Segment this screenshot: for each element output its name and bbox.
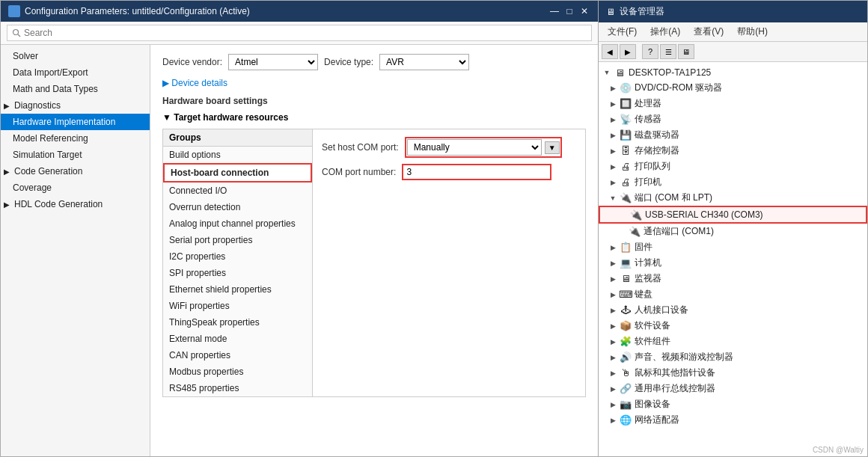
device-details-label[interactable]: ▶ Device details [162, 78, 227, 88]
dm-help-btn[interactable]: ? [642, 44, 658, 59]
dm-keyboard-item[interactable]: ▶ ⌨ 键盘 [599, 286, 867, 302]
dm-menu-view[interactable]: 查看(V) [688, 24, 730, 40]
dm-cpu-icon: 🔲 [620, 98, 632, 110]
dm-disk-item[interactable]: ▶ 💾 磁盘驱动器 [599, 127, 867, 143]
sidebar-item-simulation-target[interactable]: Simulation Target [1, 147, 150, 163]
dm-menu-help[interactable]: 帮助(H) [731, 24, 774, 40]
dm-firmware-item[interactable]: ▶ 📋 固件 [599, 239, 867, 255]
dm-software-expand: ▶ [608, 321, 618, 331]
dm-list-btn[interactable]: ☰ [660, 44, 676, 59]
group-ethernet[interactable]: Ethernet shield properties [163, 281, 312, 298]
dm-forward-btn[interactable]: ▶ [620, 44, 636, 59]
group-thingspeak[interactable]: ThingSpeak properties [163, 314, 312, 331]
dm-software-item[interactable]: ▶ 📦 软件设备 [599, 318, 867, 334]
dm-com1-icon: 🔌 [629, 226, 641, 238]
group-host-board[interactable]: Host-board connection [163, 163, 312, 183]
sidebar-item-hardware[interactable]: Hardware Implementation [1, 114, 150, 130]
dm-monitor-btn[interactable]: 🖥 [678, 44, 694, 59]
groups-header: Groups [163, 129, 312, 147]
close-button[interactable]: ✕ [578, 5, 590, 17]
group-overrun[interactable]: Overrun detection [163, 199, 312, 215]
dm-menu-bar: 文件(F) 操作(A) 查看(V) 帮助(H) [599, 22, 867, 42]
group-wifi[interactable]: WiFi properties [163, 298, 312, 314]
dm-menu-action[interactable]: 操作(A) [644, 24, 686, 40]
group-connected-io[interactable]: Connected I/O [163, 183, 312, 199]
search-bar [1, 22, 598, 45]
sidebar-item-solver[interactable]: Solver [1, 48, 150, 64]
dm-audio-icon: 🔊 [620, 352, 632, 364]
minimize-button[interactable]: — [548, 5, 560, 17]
title-bar-left: Configuration Parameters: untitled/Confi… [8, 5, 250, 17]
dm-image-item[interactable]: ▶ 📷 图像设备 [599, 396, 867, 412]
host-com-select[interactable]: Manually Auto [407, 139, 542, 156]
device-type-select[interactable]: AVR [379, 54, 469, 70]
dm-usb2-item[interactable]: ▶ 🔗 通用串行总线控制器 [599, 381, 867, 396]
watermark: CSDN @Waltiy [813, 446, 864, 454]
group-serial-port[interactable]: Serial port properties [163, 232, 312, 248]
com-port-input[interactable] [402, 164, 551, 180]
dm-hid-item[interactable]: ▶ 🕹 人机接口设备 [599, 302, 867, 318]
dm-com1-item[interactable]: 🔌 通信端口 (COM1) [599, 224, 867, 239]
dm-monitor-item[interactable]: ▶ 🖥 监视器 [599, 271, 867, 286]
sidebar-item-hdl[interactable]: ▶ HDL Code Generation [1, 196, 150, 212]
device-manager: 🖥 设备管理器 文件(F) 操作(A) 查看(V) 帮助(H) ◀ ▶ ? ☰ … [599, 0, 868, 457]
dm-printer-item[interactable]: ▶ 🖨 打印机 [599, 174, 867, 190]
dm-computer-icon: 🖥 [614, 67, 626, 79]
hardware-board-title: Hardware board settings [162, 96, 586, 106]
com-port-label: COM port number: [322, 167, 396, 177]
dm-computer2-item[interactable]: ▶ 💻 计算机 [599, 255, 867, 271]
sidebar: Solver Data Import/Export Math and Data … [1, 45, 150, 456]
device-details-row[interactable]: ▶ Device details [162, 78, 586, 88]
host-com-dropdown-btn[interactable]: ▼ [545, 141, 560, 154]
diagnostics-arrow-icon: ▶ [4, 102, 10, 110]
search-input[interactable] [7, 25, 592, 41]
config-icon [8, 5, 20, 17]
device-vendor-label: Device vendor: [162, 57, 222, 67]
dm-port-item[interactable]: ▼ 🔌 端口 (COM 和 LPT) [599, 190, 867, 206]
group-rs485[interactable]: RS485 properties [163, 380, 312, 396]
dm-port-label: 端口 (COM 和 LPT) [635, 191, 712, 204]
sidebar-item-code-gen[interactable]: ▶ Code Generation [1, 163, 150, 180]
dm-sensor-item[interactable]: ▶ 📡 传感器 [599, 111, 867, 127]
group-i2c[interactable]: I2C properties [163, 248, 312, 265]
dm-softcomp-item[interactable]: ▶ 🧩 软件组件 [599, 334, 867, 349]
sidebar-item-math[interactable]: Math and Data Types [1, 81, 150, 97]
dm-firmware-label: 固件 [635, 241, 652, 254]
device-vendor-row: Device vendor: Atmel Device type: AVR [162, 54, 586, 70]
dm-computer-root[interactable]: ▼ 🖥 DESKTOP-TA1P125 [599, 65, 867, 80]
dm-dvd-icon: 💿 [620, 82, 632, 94]
group-analog-input[interactable]: Analog input channel properties [163, 215, 312, 232]
dm-usb-serial-item[interactable]: 🔌 USB-SERIAL CH340 (COM3) [599, 206, 867, 224]
group-modbus[interactable]: Modbus properties [163, 364, 312, 380]
dm-usb-serial-expand [618, 209, 629, 220]
sidebar-item-model-referencing[interactable]: Model Referencing [1, 130, 150, 147]
content-area: Device vendor: Atmel Device type: AVR ▶ … [150, 45, 598, 456]
dm-keyboard-expand: ▶ [608, 289, 618, 300]
device-vendor-select[interactable]: Atmel [228, 54, 318, 70]
dm-mouse-item[interactable]: ▶ 🖱 鼠标和其他指针设备 [599, 365, 867, 381]
dm-print-item[interactable]: ▶ 🖨 打印队列 [599, 159, 867, 174]
group-build-options[interactable]: Build options [163, 147, 312, 163]
group-spi[interactable]: SPI properties [163, 265, 312, 281]
dm-menu-file[interactable]: 文件(F) [602, 24, 643, 40]
dm-cpu-label: 处理器 [635, 97, 661, 110]
sidebar-item-coverage[interactable]: Coverage [1, 180, 150, 196]
dm-icon: 🖥 [606, 7, 615, 17]
dm-network-item[interactable]: ▶ 🌐 网络适配器 [599, 412, 867, 428]
dm-storage-item[interactable]: ▶ 🗄 存储控制器 [599, 143, 867, 159]
dm-firmware-expand: ▶ [608, 242, 618, 253]
dm-dvd-item[interactable]: ▶ 💿 DVD/CD-ROM 驱动器 [599, 80, 867, 96]
dm-back-btn[interactable]: ◀ [602, 44, 618, 59]
dm-image-expand: ▶ [608, 399, 618, 410]
target-header[interactable]: ▼ Target hardware resources [162, 112, 586, 123]
dm-cpu-item[interactable]: ▶ 🔲 处理器 [599, 96, 867, 111]
sidebar-item-diagnostics[interactable]: ▶ Diagnostics [1, 97, 150, 114]
restore-button[interactable]: □ [563, 5, 575, 17]
sidebar-item-data-import[interactable]: Data Import/Export [1, 64, 150, 81]
dm-audio-item[interactable]: ▶ 🔊 声音、视频和游戏控制器 [599, 349, 867, 365]
dm-disk-label: 磁盘驱动器 [635, 129, 679, 141]
dm-title-bar: 🖥 设备管理器 [599, 1, 867, 22]
dm-mouse-label: 鼠标和其他指针设备 [635, 366, 715, 379]
group-can[interactable]: CAN properties [163, 347, 312, 364]
group-external-mode[interactable]: External mode [163, 331, 312, 347]
